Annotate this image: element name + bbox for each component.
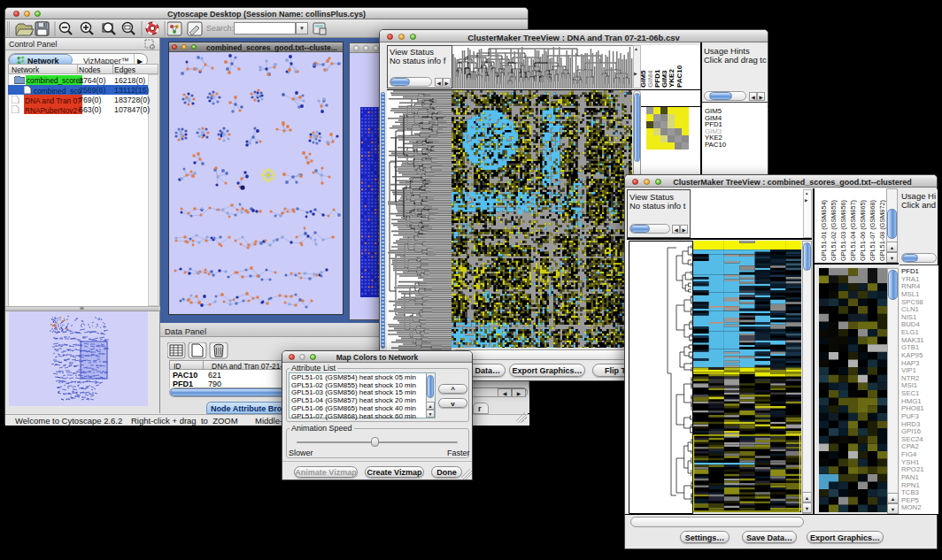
svg-text:GPL51-08 (GSM872): GPL51-08 (GSM872) — [878, 200, 886, 261]
svg-text:GPL51-06 (GSM865): GPL51-06 (GSM865) — [859, 200, 867, 261]
svg-text:YKE2: YKE2 — [668, 69, 676, 88]
svg-text:GPL51-04 (GSM857): GPL51-04 (GSM857) — [849, 200, 857, 261]
svg-text:GPL51-01 (GSM854): GPL51-01 (GSM854) — [820, 200, 828, 261]
svg-text:GPL51-03 (GSM856): GPL51-03 (GSM856) — [839, 200, 847, 261]
svg-text:GPL51-02 (GSM855): GPL51-02 (GSM855) — [830, 200, 838, 261]
svg-text:GPL51-07 (GSM868): GPL51-07 (GSM868) — [869, 200, 876, 261]
svg-text:PAC10: PAC10 — [676, 65, 683, 88]
